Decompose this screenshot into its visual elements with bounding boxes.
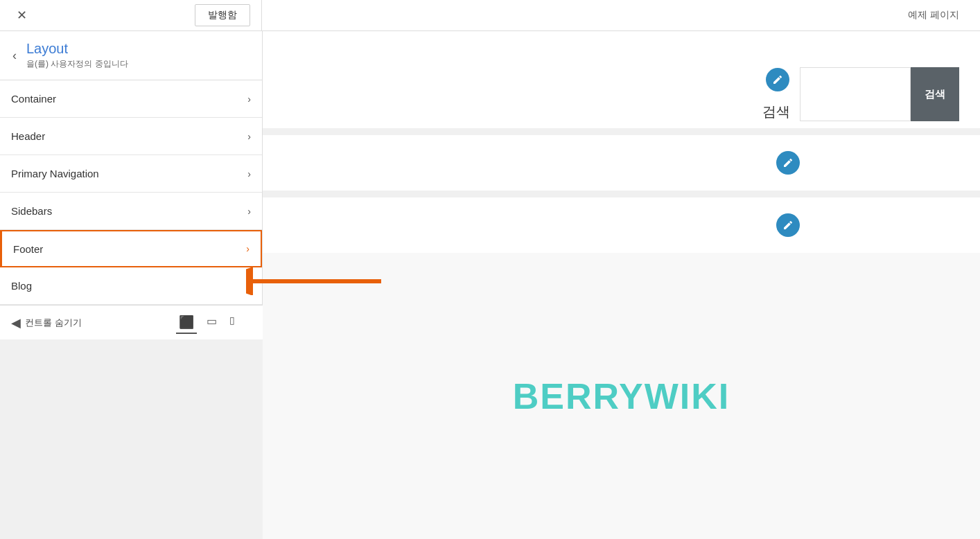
chevron-right-icon: › bbox=[246, 243, 250, 254]
nav-item-container[interactable]: Container › bbox=[0, 80, 262, 118]
back-arrow-icon[interactable]: ‹ bbox=[8, 47, 21, 64]
close-button[interactable]: ✕ bbox=[11, 5, 33, 26]
sidebar-subtitle: 을(를) 사용자정의 중입니다 bbox=[26, 58, 128, 70]
preview-section-search: 검색 검색 bbox=[263, 31, 980, 128]
nav-list: Container › Header › Primary Navigation … bbox=[0, 80, 262, 305]
preview-label: 예제 페이지 bbox=[908, 9, 959, 21]
edit-section2-button[interactable] bbox=[776, 151, 800, 175]
nav-item-label: Footer bbox=[13, 243, 43, 255]
sidebar-title: Layout bbox=[26, 41, 128, 57]
search-label: 검색 bbox=[762, 103, 790, 121]
nav-item-label: Header bbox=[11, 130, 45, 142]
preview-section-3 bbox=[263, 197, 980, 253]
back-circle-icon: ◀ bbox=[11, 315, 21, 330]
top-bar-left: ✕ 발행함 bbox=[0, 0, 262, 30]
preview-section-2 bbox=[263, 135, 980, 191]
brand-logo: BERRYWIKI bbox=[513, 375, 730, 417]
nav-item-header[interactable]: Header › bbox=[0, 118, 262, 155]
hide-controls-label: 컨트롤 숨기기 bbox=[25, 317, 82, 329]
desktop-icon[interactable]: ⬛ bbox=[176, 312, 197, 334]
nav-item-blog[interactable]: Blog › bbox=[0, 267, 262, 305]
footer-section: BERRYWIKI bbox=[263, 253, 980, 539]
search-input-box bbox=[800, 67, 911, 121]
content-area: 검색 검색 bbox=[263, 31, 980, 539]
chevron-right-icon: › bbox=[247, 94, 251, 105]
nav-item-label: Blog bbox=[11, 280, 32, 292]
device-icons: ⬛ ▭ ▯ bbox=[176, 312, 238, 334]
main-area: ‹ Layout 을(를) 사용자정의 중입니다 Container › Hea… bbox=[0, 31, 980, 539]
chevron-right-icon: › bbox=[247, 168, 251, 179]
publish-button[interactable]: 발행함 bbox=[195, 4, 250, 26]
search-widget: 검색 bbox=[800, 67, 959, 121]
hide-controls-button[interactable]: ◀ 컨트롤 숨기기 bbox=[11, 315, 82, 330]
nav-item-footer[interactable]: Footer › bbox=[0, 230, 262, 267]
search-btn-label: 검색 bbox=[925, 88, 945, 101]
nav-item-sidebars[interactable]: Sidebars › bbox=[0, 193, 262, 230]
top-bar: ✕ 발행함 예제 페이지 bbox=[0, 0, 980, 31]
chevron-right-icon: › bbox=[247, 206, 251, 217]
bottom-bar: ◀ 컨트롤 숨기기 ⬛ ▭ ▯ bbox=[0, 305, 263, 339]
nav-item-label: Container bbox=[11, 93, 56, 105]
nav-item-label: Sidebars bbox=[11, 205, 52, 217]
edit-section3-button[interactable] bbox=[776, 213, 800, 237]
chevron-right-icon: › bbox=[247, 131, 251, 142]
edit-search-button[interactable] bbox=[766, 68, 789, 91]
section-divider-1 bbox=[263, 128, 980, 135]
top-bar-right: 예제 페이지 bbox=[262, 9, 980, 21]
sidebar-wrapper: ‹ Layout 을(를) 사용자정의 중입니다 Container › Hea… bbox=[0, 31, 263, 539]
sidebar: ‹ Layout 을(를) 사용자정의 중입니다 Container › Hea… bbox=[0, 31, 263, 305]
sidebar-title-block: Layout 을(를) 사용자정의 중입니다 bbox=[26, 41, 128, 70]
mobile-icon[interactable]: ▯ bbox=[227, 312, 238, 334]
preview-frame: 검색 검색 bbox=[263, 31, 980, 539]
nav-item-label: Primary Navigation bbox=[11, 168, 99, 179]
tablet-icon[interactable]: ▭ bbox=[204, 312, 220, 334]
search-btn-box: 검색 bbox=[911, 67, 959, 121]
section-divider-2 bbox=[263, 191, 980, 197]
chevron-right-icon: › bbox=[247, 281, 251, 292]
nav-item-primary-navigation[interactable]: Primary Navigation › bbox=[0, 155, 262, 193]
sidebar-header: ‹ Layout 을(를) 사용자정의 중입니다 bbox=[0, 31, 262, 80]
